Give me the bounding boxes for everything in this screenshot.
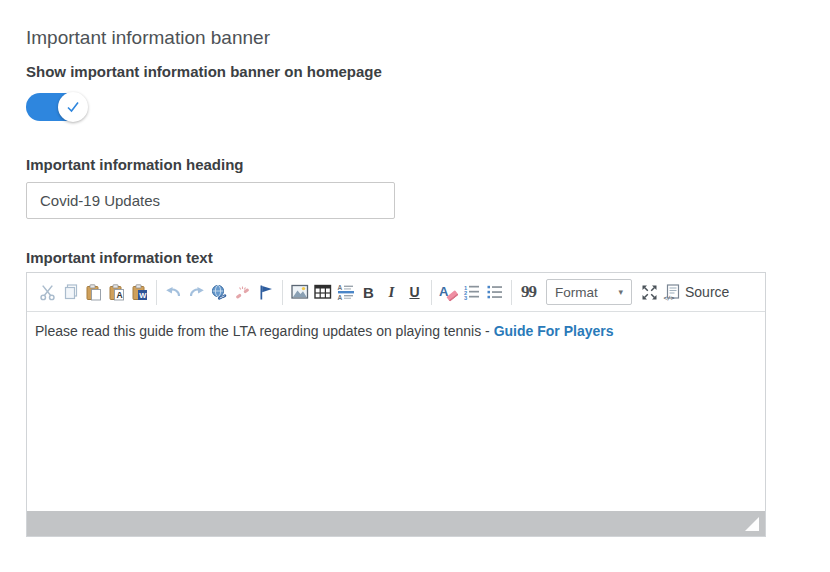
editor-resize-handle[interactable] <box>745 517 759 531</box>
bulleted-list-icon <box>486 284 504 300</box>
horizontal-line-icon: A A <box>337 284 355 300</box>
page-title: Important information banner <box>26 27 270 49</box>
paste-from-word-button[interactable]: W <box>128 278 151 306</box>
italic-button[interactable]: I <box>380 278 403 306</box>
banner-toggle[interactable] <box>26 93 85 121</box>
toggle-knob <box>58 92 88 122</box>
link-button[interactable] <box>208 278 231 306</box>
source-icon: </> <box>663 284 681 301</box>
anchor-flag-icon <box>258 284 274 301</box>
image-icon <box>291 284 309 300</box>
svg-text:A: A <box>117 290 123 300</box>
toolbar-separator <box>431 280 432 305</box>
cut-icon <box>39 284 56 301</box>
editor-content-area[interactable]: Please read this guide from the LTA rega… <box>27 312 765 511</box>
copy-icon <box>63 284 79 300</box>
text-field-label: Important information text <box>26 249 213 266</box>
horizontal-line-button[interactable]: A A <box>334 278 357 306</box>
maximize-icon <box>641 284 658 301</box>
blockquote-icon: 99 <box>521 282 536 302</box>
paste-button[interactable] <box>82 278 105 306</box>
numbered-list-button[interactable]: 123 <box>460 278 483 306</box>
heading-field-label: Important information heading <box>26 156 244 173</box>
cut-button[interactable] <box>36 278 59 306</box>
editor-toolbar: A W <box>27 273 765 312</box>
check-icon <box>66 101 80 113</box>
svg-text:A: A <box>337 294 342 300</box>
format-dropdown-value: Format <box>555 285 598 300</box>
remove-format-button[interactable]: A <box>437 278 460 306</box>
undo-icon <box>165 284 182 301</box>
underline-icon: U <box>409 284 419 300</box>
rich-text-editor: A W <box>26 272 766 537</box>
redo-button[interactable] <box>185 278 208 306</box>
paste-from-word-icon: W <box>131 284 148 301</box>
undo-button[interactable] <box>162 278 185 306</box>
maximize-button[interactable] <box>638 278 661 306</box>
heading-input[interactable] <box>26 182 395 219</box>
toolbar-separator <box>282 280 283 305</box>
source-button-label: Source <box>685 284 729 300</box>
bold-icon: B <box>363 284 374 301</box>
bold-button[interactable]: B <box>357 278 380 306</box>
remove-format-icon: A <box>439 284 458 301</box>
italic-icon: I <box>386 284 398 301</box>
svg-text:3: 3 <box>464 295 468 300</box>
source-button[interactable]: </> Source <box>661 278 731 306</box>
anchor-flag-button[interactable] <box>254 278 277 306</box>
table-icon <box>314 284 332 300</box>
paste-plain-text-icon: A <box>108 284 125 301</box>
svg-text:</>: </> <box>664 294 675 301</box>
chevron-down-icon: ▾ <box>618 287 623 297</box>
format-dropdown[interactable]: Format ▾ <box>546 279 632 305</box>
unlink-button[interactable] <box>231 278 254 306</box>
image-button[interactable] <box>288 278 311 306</box>
toolbar-separator <box>511 280 512 305</box>
banner-toggle-label: Show important information banner on hom… <box>26 63 382 80</box>
copy-button[interactable] <box>59 278 82 306</box>
paste-plain-text-button[interactable]: A <box>105 278 128 306</box>
unlink-icon <box>234 284 251 301</box>
editor-paragraph-text: Please read this guide from the LTA rega… <box>35 323 494 339</box>
blockquote-button[interactable]: 99 <box>517 278 540 306</box>
underline-button[interactable]: U <box>403 278 426 306</box>
svg-text:W: W <box>139 290 147 299</box>
link-icon <box>210 284 229 301</box>
redo-icon <box>188 284 205 301</box>
paste-icon <box>85 284 102 301</box>
svg-text:A: A <box>337 284 342 291</box>
toolbar-separator <box>156 280 157 305</box>
numbered-list-icon: 123 <box>463 284 481 300</box>
editor-horizontal-scrollbar[interactable] <box>27 511 765 536</box>
table-button[interactable] <box>311 278 334 306</box>
bulleted-list-button[interactable] <box>483 278 506 306</box>
guide-for-players-link[interactable]: Guide For Players <box>494 323 614 339</box>
